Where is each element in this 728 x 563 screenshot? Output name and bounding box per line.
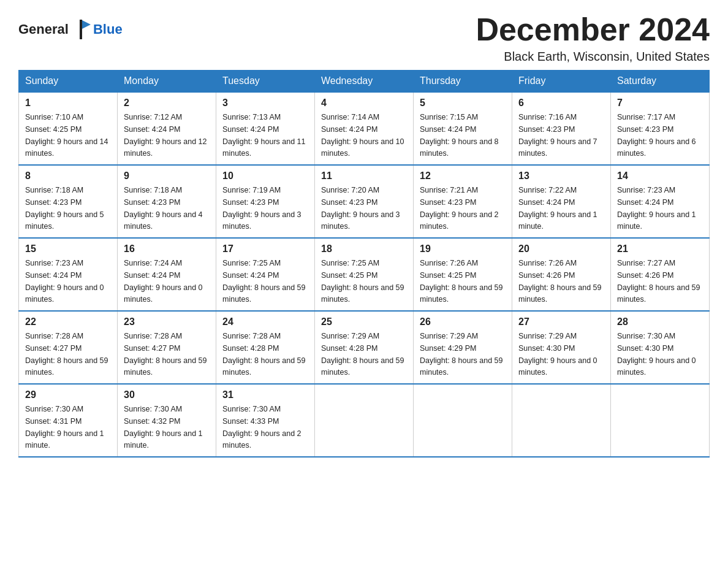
- day-info: Sunrise: 7:18 AMSunset: 4:23 PMDaylight:…: [25, 186, 104, 231]
- cell-week1-day5: 5 Sunrise: 7:15 AMSunset: 4:24 PMDayligh…: [414, 92, 512, 165]
- day-number: 7: [617, 98, 703, 109]
- day-info: Sunrise: 7:29 AMSunset: 4:29 PMDaylight:…: [420, 332, 503, 377]
- cell-week1-day7: 7 Sunrise: 7:17 AMSunset: 4:23 PMDayligh…: [611, 92, 710, 165]
- cell-week2-day1: 8 Sunrise: 7:18 AMSunset: 4:23 PMDayligh…: [19, 165, 118, 238]
- day-number: 6: [518, 98, 604, 109]
- day-number: 26: [420, 316, 506, 327]
- day-info: Sunrise: 7:24 AMSunset: 4:24 PMDaylight:…: [124, 259, 203, 304]
- day-number: 12: [420, 170, 506, 182]
- cell-week3-day7: 21 Sunrise: 7:27 AMSunset: 4:26 PMDaylig…: [611, 238, 710, 311]
- day-info: Sunrise: 7:28 AMSunset: 4:27 PMDaylight:…: [124, 332, 207, 377]
- day-number: 27: [518, 316, 604, 327]
- day-info: Sunrise: 7:30 AMSunset: 4:33 PMDaylight:…: [222, 405, 301, 450]
- cell-week1-day4: 4 Sunrise: 7:14 AMSunset: 4:24 PMDayligh…: [315, 92, 414, 165]
- day-number: 30: [124, 389, 210, 400]
- day-number: 13: [518, 170, 604, 182]
- day-number: 2: [124, 98, 210, 109]
- header-sunday: Sunday: [19, 71, 118, 93]
- cell-week3-day4: 18 Sunrise: 7:25 AMSunset: 4:25 PMDaylig…: [315, 238, 414, 311]
- day-number: 18: [321, 243, 407, 255]
- cell-week1-day6: 6 Sunrise: 7:16 AMSunset: 4:23 PMDayligh…: [512, 92, 611, 165]
- day-info: Sunrise: 7:19 AMSunset: 4:23 PMDaylight:…: [222, 186, 301, 231]
- logo-blue: Blue: [93, 21, 123, 37]
- cell-week4-day7: 28 Sunrise: 7:30 AMSunset: 4:30 PMDaylig…: [611, 311, 710, 384]
- header-friday: Friday: [512, 71, 611, 93]
- day-info: Sunrise: 7:28 AMSunset: 4:28 PMDaylight:…: [222, 332, 306, 377]
- cell-week5-day7: [611, 384, 710, 457]
- day-info: Sunrise: 7:29 AMSunset: 4:30 PMDaylight:…: [518, 332, 597, 377]
- svg-marker-0: [81, 20, 91, 29]
- day-info: Sunrise: 7:14 AMSunset: 4:24 PMDaylight:…: [321, 113, 404, 158]
- cell-week5-day1: 29 Sunrise: 7:30 AMSunset: 4:31 PMDaylig…: [19, 384, 118, 457]
- day-number: 25: [321, 316, 407, 327]
- day-info: Sunrise: 7:13 AMSunset: 4:24 PMDaylight:…: [222, 113, 306, 158]
- day-number: 19: [420, 243, 506, 255]
- day-number: 8: [25, 170, 111, 182]
- cell-week3-day1: 15 Sunrise: 7:23 AMSunset: 4:24 PMDaylig…: [19, 238, 118, 311]
- cell-week5-day4: [315, 384, 414, 457]
- day-info: Sunrise: 7:20 AMSunset: 4:23 PMDaylight:…: [321, 186, 400, 231]
- day-info: Sunrise: 7:26 AMSunset: 4:26 PMDaylight:…: [518, 259, 602, 304]
- cell-week5-day6: [512, 384, 611, 457]
- cell-week2-day6: 13 Sunrise: 7:22 AMSunset: 4:24 PMDaylig…: [512, 165, 611, 238]
- cell-week3-day2: 16 Sunrise: 7:24 AMSunset: 4:24 PMDaylig…: [118, 238, 216, 311]
- header-saturday: Saturday: [611, 71, 710, 93]
- day-number: 15: [25, 243, 111, 255]
- logo-flag-icon: [70, 18, 92, 40]
- day-info: Sunrise: 7:10 AMSunset: 4:25 PMDaylight:…: [25, 113, 108, 158]
- day-info: Sunrise: 7:22 AMSunset: 4:24 PMDaylight:…: [518, 186, 597, 231]
- calendar-header-row: SundayMondayTuesdayWednesdayThursdayFrid…: [19, 71, 710, 93]
- week-row-3: 15 Sunrise: 7:23 AMSunset: 4:24 PMDaylig…: [19, 238, 710, 311]
- logo-general: General: [18, 21, 69, 37]
- day-number: 16: [124, 243, 210, 255]
- cell-week4-day4: 25 Sunrise: 7:29 AMSunset: 4:28 PMDaylig…: [315, 311, 414, 384]
- day-info: Sunrise: 7:17 AMSunset: 4:23 PMDaylight:…: [617, 113, 696, 158]
- cell-week3-day5: 19 Sunrise: 7:26 AMSunset: 4:25 PMDaylig…: [414, 238, 512, 311]
- day-number: 1: [25, 98, 111, 109]
- cell-week5-day2: 30 Sunrise: 7:30 AMSunset: 4:32 PMDaylig…: [118, 384, 216, 457]
- day-number: 4: [321, 98, 407, 109]
- day-info: Sunrise: 7:30 AMSunset: 4:32 PMDaylight:…: [124, 405, 203, 450]
- day-info: Sunrise: 7:25 AMSunset: 4:25 PMDaylight:…: [321, 259, 404, 304]
- day-number: 28: [617, 316, 703, 327]
- day-info: Sunrise: 7:18 AMSunset: 4:23 PMDaylight:…: [124, 186, 203, 231]
- page-header: General Blue December 2024 Black Earth, …: [18, 12, 710, 64]
- day-number: 23: [124, 316, 210, 327]
- title-block: December 2024 Black Earth, Wisconsin, Un…: [476, 12, 710, 64]
- day-number: 24: [222, 316, 308, 327]
- day-number: 29: [25, 389, 111, 400]
- cell-week5-day3: 31 Sunrise: 7:30 AMSunset: 4:33 PMDaylig…: [216, 384, 315, 457]
- day-info: Sunrise: 7:23 AMSunset: 4:24 PMDaylight:…: [25, 259, 104, 304]
- day-info: Sunrise: 7:30 AMSunset: 4:31 PMDaylight:…: [25, 405, 104, 450]
- day-number: 22: [25, 316, 111, 327]
- day-number: 5: [420, 98, 506, 109]
- location: Black Earth, Wisconsin, United States: [476, 50, 710, 64]
- day-number: 10: [222, 170, 308, 182]
- cell-week1-day2: 2 Sunrise: 7:12 AMSunset: 4:24 PMDayligh…: [118, 92, 216, 165]
- cell-week2-day4: 11 Sunrise: 7:20 AMSunset: 4:23 PMDaylig…: [315, 165, 414, 238]
- cell-week2-day2: 9 Sunrise: 7:18 AMSunset: 4:23 PMDayligh…: [118, 165, 216, 238]
- day-info: Sunrise: 7:26 AMSunset: 4:25 PMDaylight:…: [420, 259, 503, 304]
- day-info: Sunrise: 7:15 AMSunset: 4:24 PMDaylight:…: [420, 113, 499, 158]
- day-info: Sunrise: 7:28 AMSunset: 4:27 PMDaylight:…: [25, 332, 108, 377]
- day-info: Sunrise: 7:25 AMSunset: 4:24 PMDaylight:…: [222, 259, 306, 304]
- logo: General Blue: [18, 18, 123, 40]
- cell-week1-day3: 3 Sunrise: 7:13 AMSunset: 4:24 PMDayligh…: [216, 92, 315, 165]
- cell-week4-day5: 26 Sunrise: 7:29 AMSunset: 4:29 PMDaylig…: [414, 311, 512, 384]
- day-number: 14: [617, 170, 703, 182]
- day-info: Sunrise: 7:23 AMSunset: 4:24 PMDaylight:…: [617, 186, 696, 231]
- header-monday: Monday: [118, 71, 216, 93]
- day-number: 9: [124, 170, 210, 182]
- cell-week2-day5: 12 Sunrise: 7:21 AMSunset: 4:23 PMDaylig…: [414, 165, 512, 238]
- day-number: 11: [321, 170, 407, 182]
- header-tuesday: Tuesday: [216, 71, 315, 93]
- cell-week3-day3: 17 Sunrise: 7:25 AMSunset: 4:24 PMDaylig…: [216, 238, 315, 311]
- week-row-4: 22 Sunrise: 7:28 AMSunset: 4:27 PMDaylig…: [19, 311, 710, 384]
- month-title: December 2024: [476, 12, 710, 47]
- cell-week4-day3: 24 Sunrise: 7:28 AMSunset: 4:28 PMDaylig…: [216, 311, 315, 384]
- day-number: 31: [222, 389, 308, 400]
- day-number: 20: [518, 243, 604, 255]
- header-wednesday: Wednesday: [315, 71, 414, 93]
- cell-week1-day1: 1 Sunrise: 7:10 AMSunset: 4:25 PMDayligh…: [19, 92, 118, 165]
- week-row-5: 29 Sunrise: 7:30 AMSunset: 4:31 PMDaylig…: [19, 384, 710, 457]
